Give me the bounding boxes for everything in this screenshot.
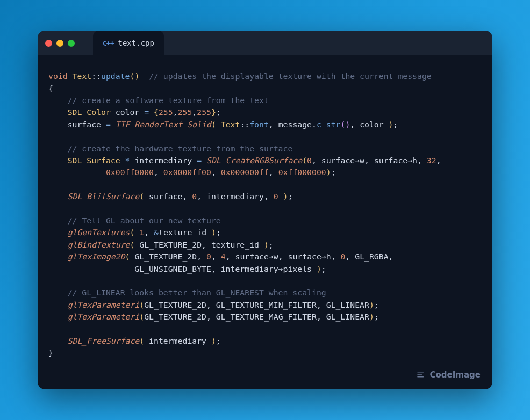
fn-call: TTF_RenderText_Solid bbox=[111, 120, 211, 129]
text: surface bbox=[48, 120, 106, 129]
semi: ; bbox=[374, 300, 379, 309]
footer: CodeImage bbox=[38, 367, 492, 389]
op: = bbox=[144, 107, 149, 117]
hex: 0x00ff0000 bbox=[106, 168, 154, 177]
op: = bbox=[106, 120, 111, 129]
number: 0 bbox=[206, 252, 211, 261]
hex: 0xff000000 bbox=[278, 168, 326, 177]
fn-name: update bbox=[101, 71, 130, 81]
var: message bbox=[278, 120, 312, 129]
maximize-icon[interactable] bbox=[68, 40, 75, 47]
semi: ; bbox=[216, 336, 221, 345]
op: = bbox=[197, 156, 202, 165]
op: * bbox=[120, 156, 130, 165]
fn-call: SDL_BlitSurface bbox=[68, 192, 140, 201]
number: 1 bbox=[139, 228, 144, 237]
number: 255 bbox=[178, 107, 192, 117]
file-tab[interactable]: C++ text.cpp bbox=[93, 31, 164, 55]
paren: ) bbox=[264, 240, 269, 249]
sp bbox=[134, 228, 139, 237]
code-editor[interactable]: void Text::update() // updates the displ… bbox=[38, 55, 492, 367]
parens: () bbox=[341, 120, 350, 129]
class-name: Text bbox=[216, 120, 240, 129]
paren: ( bbox=[211, 120, 216, 129]
paren: ) bbox=[211, 336, 216, 345]
brace: } bbox=[211, 107, 216, 117]
scope-op: :: bbox=[91, 71, 101, 81]
keyword: void bbox=[48, 71, 68, 81]
parens: () bbox=[130, 71, 139, 81]
semi: ; bbox=[288, 192, 293, 201]
comment: // create a software texture from the te… bbox=[68, 96, 269, 105]
text: , surface→w, surface→h, bbox=[226, 252, 341, 261]
comment: // create the hardware texture from the … bbox=[68, 144, 293, 153]
text: GL_UNSIGNED_BYTE, intermediary→pixels bbox=[48, 264, 317, 273]
number: 0 bbox=[307, 156, 312, 165]
semi: ; bbox=[374, 312, 379, 321]
number: 32 bbox=[427, 156, 436, 165]
scope-op: :: bbox=[240, 120, 249, 129]
number: 255 bbox=[159, 107, 173, 117]
number: 4 bbox=[221, 252, 226, 261]
semi: ; bbox=[331, 168, 336, 177]
fn-call: SDL_CreateRGBSurface bbox=[202, 156, 302, 165]
type: SDL_Color bbox=[68, 107, 111, 117]
titlebar: C++ text.cpp bbox=[38, 31, 492, 55]
text: , surface→w, surface→h, bbox=[312, 156, 427, 165]
comma: , bbox=[269, 168, 278, 177]
paren: ( bbox=[139, 336, 144, 345]
number: 0 bbox=[192, 192, 197, 201]
brand-icon bbox=[416, 370, 426, 380]
brace: { bbox=[48, 84, 53, 93]
comment: // updates the displayable texture with … bbox=[149, 71, 432, 81]
brace: { bbox=[149, 107, 159, 117]
tab-filename: text.cpp bbox=[118, 39, 154, 47]
paren: ( bbox=[139, 300, 144, 309]
paren: ) bbox=[317, 264, 321, 273]
text: GL_TEXTURE_2D, texture_id bbox=[134, 240, 264, 249]
text bbox=[278, 192, 283, 201]
hex: 0x000000ff bbox=[221, 168, 269, 177]
number: 255 bbox=[197, 107, 211, 117]
comma: , bbox=[154, 168, 163, 177]
dot: . bbox=[312, 120, 317, 129]
fn-call: glTexParameteri bbox=[68, 312, 140, 321]
semi: ; bbox=[216, 228, 221, 237]
text: , intermediary, bbox=[197, 192, 274, 201]
paren: ) bbox=[211, 228, 216, 237]
semi: ; bbox=[393, 120, 398, 129]
number: 0 bbox=[274, 192, 278, 201]
semi: ; bbox=[321, 264, 326, 273]
brand-label: CodeImage bbox=[430, 370, 481, 380]
class-name: Text bbox=[73, 71, 92, 81]
comma: , bbox=[173, 107, 178, 117]
paren: ( bbox=[139, 312, 144, 321]
fn-call: SDL_FreeSurface bbox=[68, 336, 140, 345]
paren: ( bbox=[139, 192, 144, 201]
fn-call: glTexImage2D bbox=[68, 252, 125, 261]
window-controls bbox=[45, 40, 75, 47]
fn-call: glBindTexture bbox=[68, 240, 130, 249]
text: GL_TEXTURE_2D, bbox=[130, 252, 206, 261]
paren: ) bbox=[369, 300, 374, 309]
text: intermediary bbox=[144, 336, 211, 345]
var: intermediary bbox=[130, 156, 197, 165]
semi: ; bbox=[269, 240, 274, 249]
text: surface, bbox=[144, 192, 192, 201]
comment: // GL_LINEAR looks better than GL_NEARES… bbox=[68, 288, 326, 297]
var: texture_id bbox=[159, 228, 211, 237]
semi: ; bbox=[216, 107, 221, 117]
close-icon[interactable] bbox=[45, 40, 52, 47]
text: GL_TEXTURE_2D, GL_TEXTURE_MAG_FILTER, GL… bbox=[144, 312, 369, 321]
type: SDL_Surface bbox=[68, 156, 120, 165]
minimize-icon[interactable] bbox=[56, 40, 63, 47]
text: , color bbox=[350, 120, 388, 129]
cpp-icon: C++ bbox=[103, 39, 113, 47]
text: GL_TEXTURE_2D, GL_TEXTURE_MIN_FILTER, GL… bbox=[144, 300, 369, 309]
pad bbox=[48, 168, 106, 177]
comma: , bbox=[269, 120, 278, 129]
comma: , bbox=[436, 156, 441, 165]
op: & bbox=[154, 228, 159, 237]
brace: } bbox=[48, 348, 53, 357]
comma: , bbox=[192, 107, 197, 117]
